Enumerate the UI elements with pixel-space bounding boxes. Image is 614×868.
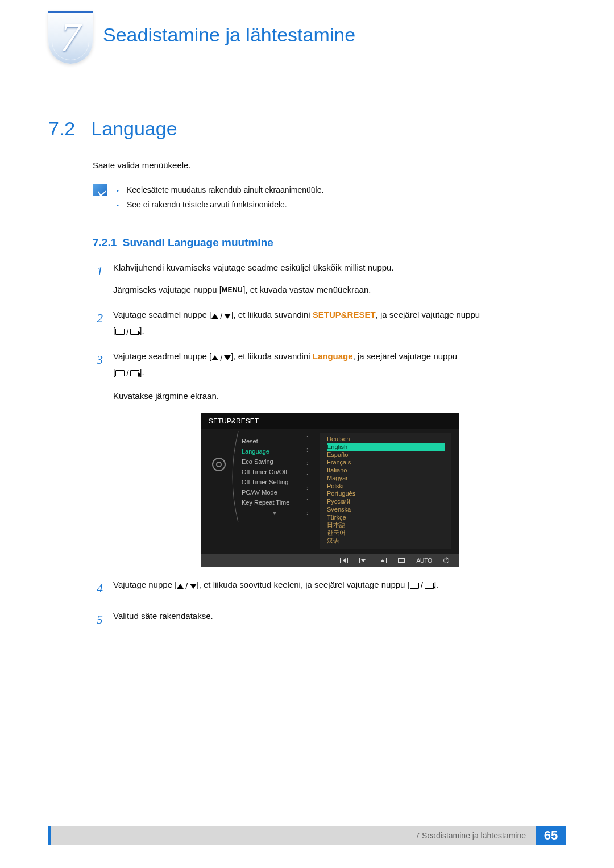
osd-lang-item: Magyar <box>327 475 445 483</box>
osd-lang-item: Português <box>327 490 445 498</box>
step-text: Klahvijuhendi kuvamiseks vajutage seadme… <box>113 260 566 297</box>
triangle-down-icon <box>224 355 231 360</box>
footer-accent <box>48 826 51 845</box>
page-number: 65 <box>536 826 566 845</box>
enter-icon-group: / <box>410 578 434 593</box>
step-3: 3 Vajutage seadmel nuppe [ / ], et liiku… <box>93 349 566 403</box>
osd-lang-item: Polski <box>327 483 445 491</box>
step-number: 5 <box>93 609 103 630</box>
enter-icon <box>130 329 139 335</box>
up-down-icon: / <box>211 351 231 366</box>
osd-lang-item: Türkçe <box>327 514 445 522</box>
osd-lang-item: Español <box>327 451 445 459</box>
step-number: 4 <box>93 578 103 599</box>
osd-separator-dots: ::::::: <box>306 434 308 516</box>
note-block: Keelesätete muudatus rakendub ainult ekr… <box>93 182 566 213</box>
osd-menu-item: PC/AV Mode <box>235 487 314 497</box>
chapter-number: 7 <box>48 14 93 61</box>
enter-icon-group: / <box>115 366 139 381</box>
step-2: 2 Vajutage seadmel nuppe [ / ], et liiku… <box>93 308 566 339</box>
triangle-up-icon <box>211 355 218 360</box>
step-text: Valitud säte rakendatakse. <box>113 609 566 630</box>
gear-icon <box>212 458 226 471</box>
enter-icon <box>130 370 139 376</box>
note-icon <box>93 184 107 196</box>
up-down-icon: / <box>177 579 196 593</box>
note-item: Keelesätete muudatus rakendub ainult ekr… <box>117 182 323 198</box>
osd-lang-item: Deutsch <box>327 435 445 443</box>
step-text: Vajutage seadmel nuppe [ / ], et liikuda… <box>113 349 566 403</box>
osd-menu-item: Eco Saving <box>235 456 314 467</box>
step-text: Vajutage nuppe [ / ], et liikuda soovitu… <box>113 578 566 599</box>
step-4: 4 Vajutage nuppe [ / ], et liikuda soovi… <box>93 578 566 599</box>
osd-auto-label: AUTO <box>416 558 432 564</box>
osd-nav-enter <box>398 558 405 563</box>
chapter-header: 7 Seadistamine ja lähtestamine <box>48 11 566 64</box>
osd-lang-item: 汉语 <box>327 537 445 545</box>
rect-icon <box>115 329 125 335</box>
note-list: Keelesätete muudatus rakendub ainult ekr… <box>117 182 323 213</box>
up-down-icon: / <box>211 309 231 323</box>
section-number: 7.2 <box>48 118 75 140</box>
osd-lang-item-selected: English <box>327 443 445 451</box>
enter-icon-group: / <box>115 325 139 339</box>
triangle-down-icon <box>224 314 231 319</box>
osd-lang-item: Français <box>327 459 445 467</box>
osd-nav-up <box>379 558 387 563</box>
step-1: 1 Klahvijuhendi kuvamiseks vajutage sead… <box>93 260 566 297</box>
osd-title: SETUP&RESET <box>201 413 459 429</box>
osd-lang-item: Svenska <box>327 506 445 514</box>
step-number: 2 <box>93 308 103 339</box>
section-heading: 7.2 Language <box>48 118 566 140</box>
step-text: Vajutage seadmel nuppe [ / ], et liikuda… <box>113 308 566 339</box>
osd-nav-down <box>359 558 367 563</box>
chapter-badge: 7 <box>48 11 93 64</box>
osd-nav-left <box>340 558 348 563</box>
osd-lang-item: 日本語 <box>327 521 445 529</box>
osd-menu-item: Key Repeat Time <box>235 497 314 508</box>
step-5: 5 Valitud säte rakendatakse. <box>93 609 566 630</box>
osd-menu-item: Off Timer On/Off <box>235 467 314 477</box>
osd-menu-item-active: Language <box>235 446 314 456</box>
subsection-title: Suvandi Language muutmine <box>123 236 273 248</box>
section-title: Language <box>91 118 177 140</box>
osd-menu-item: Reset <box>235 436 314 446</box>
osd-lang-item: Русский <box>327 498 445 506</box>
menu-label: MENU <box>222 286 243 294</box>
note-item: See ei rakendu teistele arvuti funktsioo… <box>117 197 323 213</box>
intro-text: Saate valida menüükeele. <box>93 159 566 172</box>
keyword-language: Language <box>313 351 353 361</box>
subsection-number: 7.2.1 <box>93 236 117 248</box>
osd-lang-item: 한국어 <box>327 529 445 537</box>
osd-menu: Reset Language Eco Saving Off Timer On/O… <box>235 433 314 549</box>
osd-language-list: Deutsch English Español Français Italian… <box>320 433 451 549</box>
chapter-title: Seadistamine ja lähtestamine <box>103 24 355 46</box>
enter-icon <box>425 583 434 589</box>
footer-bar: 7 Seadistamine ja lähtestamine <box>48 826 536 845</box>
osd-menu-item: Off Timer Setting <box>235 477 314 487</box>
keyword-setup-reset: SETUP&RESET <box>313 310 376 319</box>
triangle-up-icon <box>211 314 218 319</box>
triangle-down-icon <box>190 584 197 589</box>
power-icon <box>443 558 449 563</box>
step-number: 1 <box>93 260 103 297</box>
page-footer: 7 Seadistamine ja lähtestamine 65 <box>48 826 566 845</box>
osd-lang-item: Italiano <box>327 467 445 475</box>
chevron-down-icon: ▼ <box>235 508 314 516</box>
osd-screenshot: SETUP&RESET Reset Language Eco Saving Of… <box>201 413 459 567</box>
rect-icon <box>410 583 419 589</box>
osd-footer: AUTO <box>201 554 459 567</box>
footer-text: 7 Seadistamine ja lähtestamine <box>415 831 526 840</box>
subsection-heading: 7.2.1 Suvandi Language muutmine <box>93 236 566 249</box>
step-number: 3 <box>93 349 103 403</box>
triangle-up-icon <box>177 584 184 589</box>
rect-icon <box>115 370 125 376</box>
